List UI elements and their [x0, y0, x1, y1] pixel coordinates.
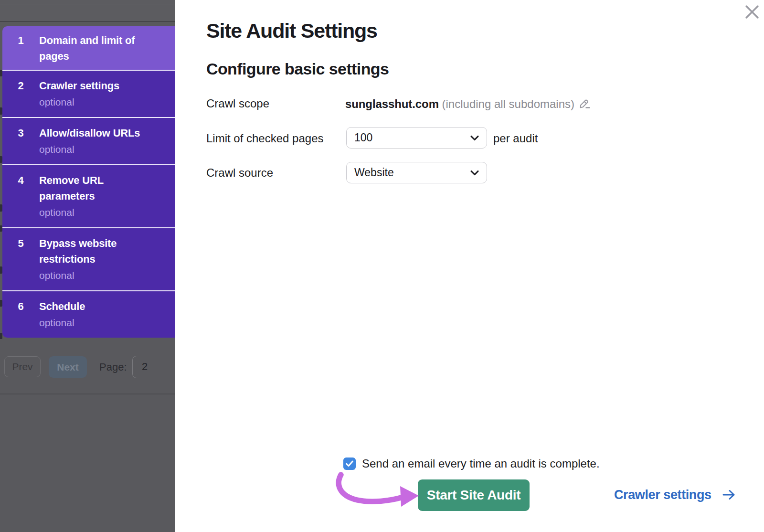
step-item-remove-url-parameters[interactable]: 4 Remove URL parameters optional: [2, 164, 175, 227]
wizard-steps-sidebar: 1 Domain and limit of pages 2 Crawler se…: [2, 26, 175, 338]
modal-title: Site Audit Settings: [206, 19, 377, 43]
crawl-source-label: Crawl source: [206, 166, 273, 180]
section-title: Configure basic settings: [206, 60, 389, 78]
crawl-scope-note-text: (including all subdomains): [442, 97, 574, 110]
step-number: 3: [2, 125, 39, 157]
step-optional-label: optional: [39, 141, 151, 157]
site-audit-settings-modal: Site Audit Settings Configure basic sett…: [175, 0, 764, 532]
limit-of-pages-select[interactable]: 100: [346, 127, 487, 149]
dimmed-table-divider: [0, 394, 175, 394]
step-optional-label: optional: [39, 315, 151, 330]
crawl-scope-domain: sunglasshut.com: [345, 97, 439, 110]
limit-of-pages-value: 100: [354, 131, 372, 144]
prev-button[interactable]: Prev: [4, 356, 41, 377]
email-checkbox[interactable]: [343, 458, 356, 470]
step-number: 5: [2, 235, 39, 283]
step-item-bypass-website-restrictions[interactable]: 5 Bypass website restrictions optional: [2, 227, 175, 290]
crawl-scope-value: sunglasshut.com (including all subdomain…: [345, 97, 591, 112]
step-number: 1: [2, 32, 39, 64]
start-site-audit-button[interactable]: Start Site Audit: [418, 479, 530, 511]
step-optional-label: optional: [39, 204, 151, 220]
step-title: Remove URL parameters: [39, 172, 151, 204]
dimmed-header-faint-line: [0, 4, 175, 4]
step-number: 4: [2, 172, 39, 220]
limit-of-pages-label: Limit of checked pages: [206, 132, 323, 145]
right-arrow-icon[interactable]: [722, 489, 736, 502]
step-item-allow-disallow-urls[interactable]: 3 Allow/disallow URLs optional: [2, 117, 175, 164]
email-checkbox-label: Send an email every time an audit is com…: [362, 457, 600, 470]
chevron-down-icon: [469, 134, 480, 142]
next-button[interactable]: Next: [49, 356, 87, 378]
dimmed-header-band: [0, 0, 175, 21]
chevron-down-icon: [469, 169, 480, 177]
step-optional-label: optional: [39, 94, 151, 110]
crawl-scope-label: Crawl scope: [206, 97, 269, 110]
step-title: Bypass website restrictions: [39, 235, 151, 267]
step-optional-label: optional: [39, 267, 151, 283]
step-item-domain-and-limit[interactable]: 1 Domain and limit of pages: [2, 26, 175, 70]
step-item-crawler-settings[interactable]: 2 Crawler settings optional: [2, 70, 175, 117]
per-audit-suffix: per audit: [493, 132, 538, 145]
close-icon[interactable]: [745, 5, 759, 19]
step-title: Crawler settings: [39, 78, 151, 94]
step-number: 2: [2, 78, 39, 110]
crawl-source-value: Website: [354, 166, 394, 179]
step-item-schedule[interactable]: 6 Schedule optional: [2, 290, 175, 338]
page-number-input[interactable]: 2: [132, 356, 180, 378]
step-title: Schedule: [39, 298, 151, 314]
step-number: 6: [2, 298, 39, 330]
crawl-source-select[interactable]: Website: [346, 162, 487, 183]
dimmed-header-border: [0, 21, 175, 22]
step-title: Domain and limit of pages: [39, 32, 151, 64]
crawler-settings-link[interactable]: Crawler settings: [614, 488, 711, 502]
pagination-bar: Prev Next Page: 2: [0, 356, 175, 378]
edit-pencil-icon[interactable]: [578, 97, 591, 112]
page-label: Page:: [99, 361, 127, 373]
crawl-scope-note: (including all subdomains): [442, 97, 574, 110]
step-title: Allow/disallow URLs: [39, 125, 151, 141]
